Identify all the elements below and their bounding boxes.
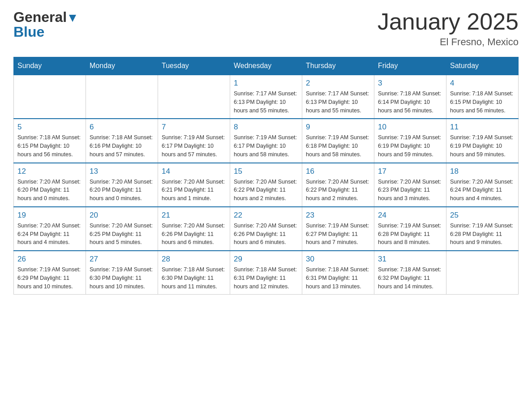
calendar-body: 1Sunrise: 7:17 AM Sunset: 6:13 PM Daylig… bbox=[14, 75, 519, 295]
day-info: Sunrise: 7:19 AM Sunset: 6:19 PM Dayligh… bbox=[450, 133, 515, 158]
day-info: Sunrise: 7:19 AM Sunset: 6:17 PM Dayligh… bbox=[234, 133, 298, 158]
day-number: 22 bbox=[234, 211, 298, 220]
day-cell: 10Sunrise: 7:19 AM Sunset: 6:19 PM Dayli… bbox=[374, 119, 446, 163]
day-cell: 13Sunrise: 7:20 AM Sunset: 6:20 PM Dayli… bbox=[86, 163, 158, 207]
day-info: Sunrise: 7:18 AM Sunset: 6:15 PM Dayligh… bbox=[17, 133, 82, 158]
header-cell-thursday: Thursday bbox=[302, 57, 374, 75]
day-info: Sunrise: 7:20 AM Sunset: 6:20 PM Dayligh… bbox=[90, 178, 154, 203]
day-number: 23 bbox=[306, 211, 370, 220]
day-cell: 25Sunrise: 7:19 AM Sunset: 6:28 PM Dayli… bbox=[446, 207, 519, 251]
day-cell: 12Sunrise: 7:20 AM Sunset: 6:20 PM Dayli… bbox=[14, 163, 86, 207]
day-cell: 2Sunrise: 7:17 AM Sunset: 6:13 PM Daylig… bbox=[302, 75, 374, 119]
day-number: 1 bbox=[234, 79, 298, 88]
day-cell: 30Sunrise: 7:18 AM Sunset: 6:31 PM Dayli… bbox=[302, 251, 374, 295]
day-info: Sunrise: 7:18 AM Sunset: 6:30 PM Dayligh… bbox=[162, 265, 226, 291]
day-number: 19 bbox=[17, 211, 82, 220]
day-number: 31 bbox=[378, 255, 442, 264]
day-cell: 19Sunrise: 7:20 AM Sunset: 6:24 PM Dayli… bbox=[14, 207, 86, 251]
day-number: 13 bbox=[90, 167, 154, 176]
day-info: Sunrise: 7:17 AM Sunset: 6:13 PM Dayligh… bbox=[306, 90, 370, 115]
day-info: Sunrise: 7:20 AM Sunset: 6:25 PM Dayligh… bbox=[90, 222, 154, 247]
day-info: Sunrise: 7:20 AM Sunset: 6:26 PM Dayligh… bbox=[162, 222, 226, 247]
day-number: 2 bbox=[306, 79, 370, 88]
day-number: 14 bbox=[162, 167, 226, 176]
day-cell: 1Sunrise: 7:17 AM Sunset: 6:13 PM Daylig… bbox=[230, 75, 302, 119]
day-info: Sunrise: 7:19 AM Sunset: 6:27 PM Dayligh… bbox=[306, 222, 370, 247]
day-info: Sunrise: 7:20 AM Sunset: 6:23 PM Dayligh… bbox=[378, 178, 442, 203]
day-number: 10 bbox=[378, 123, 442, 132]
day-cell: 24Sunrise: 7:19 AM Sunset: 6:28 PM Dayli… bbox=[374, 207, 446, 251]
day-cell: 4Sunrise: 7:18 AM Sunset: 6:15 PM Daylig… bbox=[446, 75, 519, 119]
day-number: 8 bbox=[234, 123, 298, 132]
logo-general: General bbox=[13, 9, 67, 26]
page-header: General Blue January 2025 El Fresno, Mex… bbox=[13, 9, 519, 48]
day-info: Sunrise: 7:19 AM Sunset: 6:29 PM Dayligh… bbox=[17, 265, 82, 291]
day-number: 27 bbox=[90, 255, 154, 264]
day-cell: 9Sunrise: 7:19 AM Sunset: 6:18 PM Daylig… bbox=[302, 119, 374, 163]
week-row-3: 12Sunrise: 7:20 AM Sunset: 6:20 PM Dayli… bbox=[14, 163, 519, 207]
day-info: Sunrise: 7:20 AM Sunset: 6:24 PM Dayligh… bbox=[450, 178, 515, 203]
day-info: Sunrise: 7:18 AM Sunset: 6:16 PM Dayligh… bbox=[90, 133, 154, 158]
day-number: 29 bbox=[234, 255, 298, 264]
day-number: 26 bbox=[17, 255, 82, 264]
day-number: 16 bbox=[306, 167, 370, 176]
day-number: 25 bbox=[450, 211, 515, 220]
header-cell-saturday: Saturday bbox=[446, 57, 519, 75]
day-info: Sunrise: 7:19 AM Sunset: 6:18 PM Dayligh… bbox=[306, 133, 370, 158]
day-cell: 28Sunrise: 7:18 AM Sunset: 6:30 PM Dayli… bbox=[158, 251, 230, 295]
header-cell-friday: Friday bbox=[374, 57, 446, 75]
day-info: Sunrise: 7:18 AM Sunset: 6:32 PM Dayligh… bbox=[378, 265, 442, 291]
day-cell: 31Sunrise: 7:18 AM Sunset: 6:32 PM Dayli… bbox=[374, 251, 446, 295]
day-info: Sunrise: 7:17 AM Sunset: 6:13 PM Dayligh… bbox=[234, 90, 298, 115]
day-number: 4 bbox=[450, 79, 515, 88]
svg-marker-0 bbox=[69, 15, 76, 22]
day-number: 5 bbox=[17, 123, 82, 132]
header-cell-sunday: Sunday bbox=[14, 57, 86, 75]
day-cell: 11Sunrise: 7:19 AM Sunset: 6:19 PM Dayli… bbox=[446, 119, 519, 163]
day-info: Sunrise: 7:18 AM Sunset: 6:15 PM Dayligh… bbox=[450, 90, 515, 115]
day-cell: 3Sunrise: 7:18 AM Sunset: 6:14 PM Daylig… bbox=[374, 75, 446, 119]
day-info: Sunrise: 7:18 AM Sunset: 6:31 PM Dayligh… bbox=[234, 265, 298, 291]
day-cell: 21Sunrise: 7:20 AM Sunset: 6:26 PM Dayli… bbox=[158, 207, 230, 251]
calendar-title: January 2025 bbox=[378, 9, 519, 34]
header-cell-wednesday: Wednesday bbox=[230, 57, 302, 75]
day-info: Sunrise: 7:19 AM Sunset: 6:28 PM Dayligh… bbox=[450, 222, 515, 247]
day-cell: 29Sunrise: 7:18 AM Sunset: 6:31 PM Dayli… bbox=[230, 251, 302, 295]
day-number: 18 bbox=[450, 167, 515, 176]
day-cell: 5Sunrise: 7:18 AM Sunset: 6:15 PM Daylig… bbox=[14, 119, 86, 163]
day-info: Sunrise: 7:20 AM Sunset: 6:20 PM Dayligh… bbox=[17, 178, 82, 203]
day-cell: 22Sunrise: 7:20 AM Sunset: 6:26 PM Dayli… bbox=[230, 207, 302, 251]
week-row-2: 5Sunrise: 7:18 AM Sunset: 6:15 PM Daylig… bbox=[14, 119, 519, 163]
day-info: Sunrise: 7:19 AM Sunset: 6:30 PM Dayligh… bbox=[90, 265, 154, 291]
day-cell: 20Sunrise: 7:20 AM Sunset: 6:25 PM Dayli… bbox=[86, 207, 158, 251]
title-section: January 2025 El Fresno, Mexico bbox=[378, 9, 519, 48]
calendar-subtitle: El Fresno, Mexico bbox=[378, 36, 519, 48]
day-cell: 16Sunrise: 7:20 AM Sunset: 6:22 PM Dayli… bbox=[302, 163, 374, 207]
week-row-5: 26Sunrise: 7:19 AM Sunset: 6:29 PM Dayli… bbox=[14, 251, 519, 295]
day-cell: 7Sunrise: 7:19 AM Sunset: 6:17 PM Daylig… bbox=[158, 119, 230, 163]
day-info: Sunrise: 7:19 AM Sunset: 6:19 PM Dayligh… bbox=[378, 133, 442, 158]
day-info: Sunrise: 7:20 AM Sunset: 6:22 PM Dayligh… bbox=[306, 178, 370, 203]
header-row: SundayMondayTuesdayWednesdayThursdayFrid… bbox=[14, 57, 519, 75]
day-number: 24 bbox=[378, 211, 442, 220]
day-cell: 18Sunrise: 7:20 AM Sunset: 6:24 PM Dayli… bbox=[446, 163, 519, 207]
day-cell: 26Sunrise: 7:19 AM Sunset: 6:29 PM Dayli… bbox=[14, 251, 86, 295]
logo: General Blue bbox=[13, 9, 77, 40]
day-cell: 8Sunrise: 7:19 AM Sunset: 6:17 PM Daylig… bbox=[230, 119, 302, 163]
day-info: Sunrise: 7:18 AM Sunset: 6:14 PM Dayligh… bbox=[378, 90, 442, 115]
day-number: 28 bbox=[162, 255, 226, 264]
day-number: 7 bbox=[162, 123, 226, 132]
week-row-4: 19Sunrise: 7:20 AM Sunset: 6:24 PM Dayli… bbox=[14, 207, 519, 251]
day-info: Sunrise: 7:20 AM Sunset: 6:24 PM Dayligh… bbox=[17, 222, 82, 247]
day-number: 30 bbox=[306, 255, 370, 264]
day-number: 21 bbox=[162, 211, 226, 220]
day-cell: 14Sunrise: 7:20 AM Sunset: 6:21 PM Dayli… bbox=[158, 163, 230, 207]
day-number: 3 bbox=[378, 79, 442, 88]
day-info: Sunrise: 7:20 AM Sunset: 6:21 PM Dayligh… bbox=[162, 178, 226, 203]
day-info: Sunrise: 7:19 AM Sunset: 6:17 PM Dayligh… bbox=[162, 133, 226, 158]
day-number: 20 bbox=[90, 211, 154, 220]
day-cell: 27Sunrise: 7:19 AM Sunset: 6:30 PM Dayli… bbox=[86, 251, 158, 295]
day-cell bbox=[158, 75, 230, 119]
day-info: Sunrise: 7:20 AM Sunset: 6:22 PM Dayligh… bbox=[234, 178, 298, 203]
day-cell: 15Sunrise: 7:20 AM Sunset: 6:22 PM Dayli… bbox=[230, 163, 302, 207]
